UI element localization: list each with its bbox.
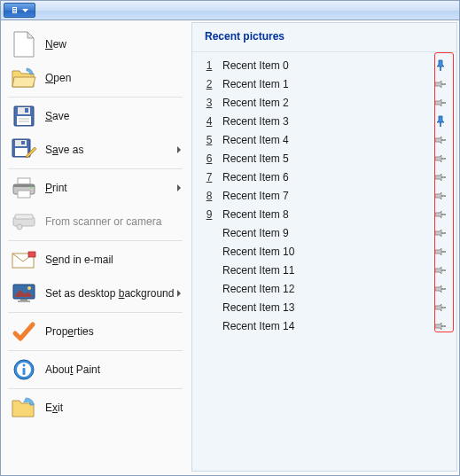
menu-save-as-label: Save as — [45, 144, 177, 156]
recent-item[interactable]: Recent Item 12 — [201, 279, 449, 298]
menu-new[interactable]: New — [3, 27, 188, 61]
svg-rect-20 — [15, 215, 33, 219]
recent-items-container: 1Recent Item 02Recent Item 13Recent Item… — [201, 56, 449, 335]
svg-rect-31 — [23, 368, 26, 375]
separator — [8, 388, 183, 389]
menu-set-background-label: Set as desktop background — [45, 287, 177, 300]
separator — [8, 168, 183, 169]
pin-icon[interactable] — [432, 284, 449, 294]
recent-item-index: 7 — [201, 171, 217, 183]
pin-icon[interactable] — [432, 153, 449, 164]
svg-rect-17 — [18, 191, 30, 198]
separator — [8, 350, 183, 351]
separator — [8, 97, 183, 98]
recent-item[interactable]: 5Recent Item 4 — [201, 130, 449, 149]
recent-item-label: Recent Item 2 — [217, 97, 432, 109]
svg-rect-2 — [13, 10, 16, 11]
menu-save[interactable]: Save — [3, 99, 188, 133]
chevron-right-icon — [177, 184, 181, 191]
separator — [8, 312, 183, 313]
svg-point-30 — [23, 364, 26, 367]
chevron-right-icon — [177, 290, 181, 297]
menu-print[interactable]: Print — [3, 171, 188, 205]
recent-item-label: Recent Item 7 — [217, 190, 432, 202]
menu-about[interactable]: About Paint — [3, 353, 188, 386]
svg-rect-13 — [15, 148, 27, 156]
pin-icon-pinned[interactable] — [432, 115, 449, 128]
pin-icon[interactable] — [432, 79, 449, 90]
menu-send-email-label: Send in e-mail — [45, 254, 181, 266]
recent-item[interactable]: 1Recent Item 0 — [201, 56, 449, 74]
recent-item[interactable]: 8Recent Item 7 — [201, 186, 449, 205]
pin-icon[interactable] — [432, 265, 449, 276]
svg-rect-14 — [18, 178, 30, 184]
menu-save-label: Save — [45, 110, 181, 122]
pin-icon[interactable] — [432, 302, 449, 313]
pin-icon[interactable] — [432, 246, 449, 257]
properties-check-icon — [10, 317, 38, 346]
recent-item-label: Recent Item 6 — [217, 171, 432, 183]
recent-item-label: Recent Item 5 — [217, 152, 432, 165]
pin-icon-pinned[interactable] — [432, 59, 449, 72]
open-folder-icon — [10, 64, 38, 92]
pin-icon[interactable] — [432, 321, 449, 332]
recent-item[interactable]: 7Recent Item 6 — [201, 168, 449, 186]
menu-from-scanner: From scanner or camera — [3, 205, 188, 238]
recent-item-index: 4 — [201, 115, 217, 128]
recent-item[interactable]: 4Recent Item 3 — [201, 112, 449, 130]
recent-item-label: Recent Item 9 — [217, 227, 432, 239]
recent-item-index: 6 — [201, 152, 217, 165]
svg-point-18 — [30, 186, 32, 188]
recent-pane: Recent pictures 1Recent Item 02Recent It… — [191, 22, 457, 472]
pin-icon[interactable] — [432, 135, 449, 145]
primary-commands: New Open Save Save as — [3, 22, 188, 472]
svg-rect-1 — [13, 8, 16, 9]
svg-rect-23 — [28, 252, 35, 257]
menu-about-label: About Paint — [45, 363, 181, 376]
menu-send-email[interactable]: Send in e-mail — [3, 243, 188, 277]
app-menu-button[interactable] — [4, 3, 35, 18]
pin-icon[interactable] — [432, 191, 449, 201]
pin-icon[interactable] — [432, 228, 449, 238]
chevron-right-icon — [177, 146, 181, 153]
recent-item-index: 8 — [201, 190, 217, 202]
recent-list: 1Recent Item 02Recent Item 13Recent Item… — [192, 52, 456, 471]
menu-exit-label: Exit — [45, 402, 181, 414]
svg-point-21 — [17, 224, 22, 230]
recent-item[interactable]: Recent Item 10 — [201, 242, 449, 261]
recent-item-label: Recent Item 4 — [217, 134, 432, 146]
recent-item[interactable]: 3Recent Item 2 — [201, 93, 449, 112]
recent-item[interactable]: 6Recent Item 5 — [201, 149, 449, 168]
menu-new-label: New — [45, 38, 181, 51]
recent-item[interactable]: Recent Item 11 — [201, 261, 449, 279]
recent-item-label: Recent Item 11 — [217, 264, 432, 277]
pin-icon[interactable] — [432, 172, 449, 183]
menu-exit[interactable]: Exit — [3, 391, 188, 425]
recent-item-label: Recent Item 8 — [217, 208, 432, 221]
pin-icon[interactable] — [432, 98, 449, 108]
pin-icon[interactable] — [432, 209, 449, 220]
svg-rect-26 — [20, 299, 27, 300]
menu-open[interactable]: Open — [3, 61, 188, 95]
menu-save-as[interactable]: Save as — [3, 133, 188, 167]
save-as-icon — [10, 136, 38, 164]
recent-item-index: 5 — [201, 134, 217, 146]
title-bar — [1, 1, 459, 20]
menu-set-background[interactable]: Set as desktop background — [3, 277, 188, 310]
recent-item[interactable]: Recent Item 13 — [201, 298, 449, 316]
recent-item[interactable]: 2Recent Item 1 — [201, 74, 449, 93]
save-floppy-icon — [10, 102, 38, 130]
info-icon — [10, 355, 38, 384]
recent-item[interactable]: 9Recent Item 8 — [201, 205, 449, 223]
menu-properties[interactable]: Properties — [3, 315, 188, 348]
desktop-background-icon — [10, 279, 38, 308]
recent-item[interactable]: Recent Item 9 — [201, 223, 449, 242]
printer-icon — [10, 174, 38, 202]
svg-rect-11 — [15, 140, 27, 146]
menu-print-label: Print — [45, 182, 177, 194]
svg-rect-6 — [25, 108, 28, 113]
svg-rect-12 — [21, 141, 25, 144]
recent-item-label: Recent Item 1 — [217, 78, 432, 90]
new-file-icon — [10, 30, 38, 59]
recent-item[interactable]: Recent Item 14 — [201, 316, 449, 335]
